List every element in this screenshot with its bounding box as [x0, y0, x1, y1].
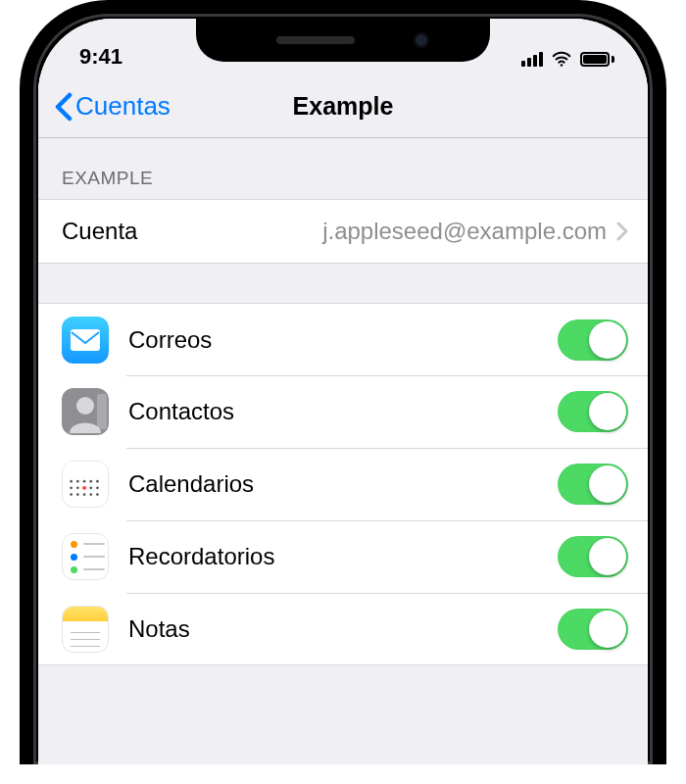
- svg-point-10: [70, 486, 73, 489]
- chevron-left-icon: [54, 92, 74, 122]
- page-title: Example: [293, 92, 394, 121]
- service-row-calendar: Calendarios: [38, 448, 648, 520]
- calendar-icon: [62, 461, 109, 508]
- screen: 9:41: [38, 19, 648, 764]
- service-label: Recordatorios: [128, 543, 274, 570]
- back-label: Cuentas: [75, 91, 171, 122]
- volume-down-button: [20, 347, 22, 425]
- svg-point-7: [83, 480, 86, 483]
- service-row-notes: Notas: [38, 593, 648, 665]
- phone-frame: 9:41: [20, 0, 666, 764]
- mail-toggle[interactable]: [558, 319, 628, 361]
- account-group: Cuenta j.appleseed@example.com: [38, 199, 648, 264]
- status-time: 9:41: [79, 44, 122, 70]
- svg-point-16: [83, 493, 86, 496]
- chevron-right-icon: [616, 221, 628, 241]
- account-label: Cuenta: [62, 218, 137, 245]
- service-row-contacts: Contactos: [38, 375, 648, 448]
- services-group: Correos Contactos: [38, 303, 648, 665]
- svg-point-15: [76, 493, 79, 496]
- reminders-icon: [62, 533, 109, 580]
- volume-up-button: [20, 249, 22, 327]
- svg-point-5: [70, 480, 73, 483]
- notch: [196, 19, 490, 62]
- contacts-toggle[interactable]: [558, 391, 628, 432]
- svg-point-13: [96, 486, 99, 489]
- wifi-icon: [551, 48, 572, 70]
- calendar-toggle[interactable]: [558, 464, 628, 505]
- contacts-icon: [62, 388, 109, 435]
- svg-point-8: [89, 480, 92, 483]
- account-row[interactable]: Cuenta j.appleseed@example.com: [38, 199, 648, 264]
- service-label: Notas: [128, 615, 190, 643]
- navigation-bar: Cuentas Example: [38, 75, 648, 138]
- service-label: Calendarios: [128, 470, 254, 498]
- mail-icon: [62, 317, 109, 364]
- svg-point-14: [70, 493, 73, 496]
- service-row-mail: Correos: [38, 303, 648, 375]
- notes-toggle[interactable]: [558, 609, 628, 650]
- battery-icon: [580, 52, 614, 67]
- back-button[interactable]: Cuentas: [54, 91, 171, 122]
- service-row-reminders: Recordatorios: [38, 520, 648, 593]
- account-value: j.appleseed@example.com: [147, 218, 607, 245]
- mute-switch: [20, 180, 22, 220]
- side-button: [664, 249, 666, 367]
- svg-rect-1: [71, 329, 100, 351]
- reminders-toggle[interactable]: [558, 536, 628, 577]
- service-label: Correos: [128, 326, 212, 354]
- svg-point-0: [561, 64, 564, 67]
- svg-point-17: [89, 493, 92, 496]
- svg-rect-4: [63, 462, 108, 473]
- svg-rect-3: [97, 394, 107, 429]
- svg-point-11: [76, 486, 79, 489]
- section-header: EXAMPLE: [38, 138, 648, 199]
- svg-point-12: [89, 486, 92, 489]
- speaker-grille: [276, 36, 355, 44]
- svg-point-19: [82, 486, 86, 490]
- svg-point-2: [76, 397, 94, 415]
- service-label: Contactos: [128, 398, 234, 425]
- front-camera-icon: [414, 32, 429, 48]
- svg-point-18: [96, 493, 99, 496]
- notes-icon: [62, 606, 109, 653]
- svg-point-6: [76, 480, 79, 483]
- content-scroll[interactable]: EXAMPLE Cuenta j.appleseed@example.com: [38, 138, 648, 764]
- cellular-signal-icon: [521, 51, 543, 67]
- svg-point-9: [96, 480, 99, 483]
